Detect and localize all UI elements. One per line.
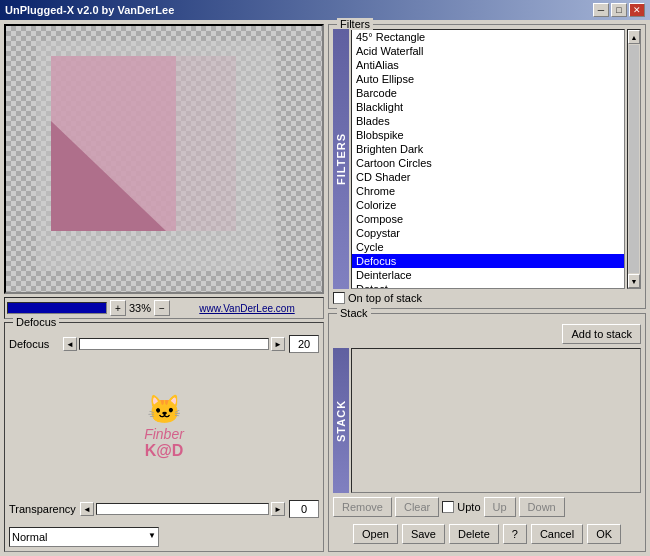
zoom-in-button[interactable]: + bbox=[110, 300, 126, 316]
filter-item-1[interactable]: Acid Waterfall bbox=[352, 44, 624, 58]
up-button[interactable]: Up bbox=[484, 497, 516, 517]
stack-controls: Remove Clear Upto Up Down bbox=[333, 497, 641, 517]
filter-item-12[interactable]: Colorize bbox=[352, 198, 624, 212]
add-to-stack-button[interactable]: Add to stack bbox=[562, 324, 641, 344]
defocus-slider-track[interactable] bbox=[79, 338, 269, 350]
zoom-url[interactable]: www.VanDerLee.com bbox=[173, 303, 321, 314]
scroll-up-button[interactable]: ▲ bbox=[628, 30, 640, 44]
filter-item-8[interactable]: Brighten Dark bbox=[352, 142, 624, 156]
transparency-left-arrow[interactable]: ◄ bbox=[80, 502, 94, 516]
filters-sidebar: FILTERS bbox=[333, 29, 349, 289]
bottom-buttons: Open Save Delete ? Cancel OK bbox=[333, 521, 641, 547]
defocus-panel-title: Defocus bbox=[13, 316, 59, 328]
filters-group: Filters FILTERS 45° Rectangle Acid Water… bbox=[328, 24, 646, 309]
blend-mode-value: Normal bbox=[12, 531, 47, 543]
cancel-button[interactable]: Cancel bbox=[531, 524, 583, 544]
filter-item-15[interactable]: Cycle bbox=[352, 240, 624, 254]
filter-item-17[interactable]: Deinterlace bbox=[352, 268, 624, 282]
on-top-checkbox[interactable]: On top of stack bbox=[333, 292, 422, 304]
transparency-label: Transparency bbox=[9, 503, 76, 515]
filter-item-2[interactable]: AntiAlias bbox=[352, 58, 624, 72]
filter-item-4[interactable]: Barcode bbox=[352, 86, 624, 100]
transparency-right-arrow[interactable]: ► bbox=[271, 502, 285, 516]
zoom-progress-bar bbox=[7, 302, 107, 314]
help-button[interactable]: ? bbox=[503, 524, 527, 544]
scroll-down-button[interactable]: ▼ bbox=[628, 274, 640, 288]
upto-checkbox[interactable]: Upto bbox=[442, 501, 480, 513]
add-to-stack-row: Add to stack bbox=[333, 324, 641, 344]
filter-item-5[interactable]: Blacklight bbox=[352, 100, 624, 114]
maximize-button[interactable]: □ bbox=[611, 3, 627, 17]
upto-label: Upto bbox=[457, 501, 480, 513]
transparency-value-box[interactable]: 0 bbox=[289, 500, 319, 518]
defocus-label: Defocus bbox=[9, 338, 59, 350]
on-top-row: On top of stack bbox=[333, 292, 641, 304]
filter-item-16[interactable]: Defocus bbox=[352, 254, 624, 268]
stack-sidebar: STACK bbox=[333, 348, 349, 493]
on-top-label: On top of stack bbox=[348, 292, 422, 304]
filter-item-9[interactable]: Cartoon Circles bbox=[352, 156, 624, 170]
minimize-button[interactable]: ─ bbox=[593, 3, 609, 17]
upto-checkbox-box[interactable] bbox=[442, 501, 454, 513]
stack-title: Stack bbox=[337, 307, 371, 319]
remove-button[interactable]: Remove bbox=[333, 497, 392, 517]
filter-item-14[interactable]: Copystar bbox=[352, 226, 624, 240]
title-buttons: ─ □ ✕ bbox=[593, 3, 645, 17]
logo-finber: Finber bbox=[144, 426, 184, 442]
filters-list[interactable]: 45° Rectangle Acid Waterfall AntiAlias A… bbox=[351, 29, 625, 289]
canvas-drawing bbox=[36, 41, 276, 271]
clear-button[interactable]: Clear bbox=[395, 497, 439, 517]
blend-mode-select[interactable]: Normal ▼ bbox=[9, 527, 159, 547]
svg-rect-8 bbox=[36, 41, 276, 271]
scroll-thumb[interactable] bbox=[629, 45, 639, 273]
checkbox-box[interactable] bbox=[333, 292, 345, 304]
down-button[interactable]: Down bbox=[519, 497, 565, 517]
filter-item-10[interactable]: CD Shader bbox=[352, 170, 624, 184]
logo-area: 🐱 Finber K@D bbox=[9, 358, 319, 495]
filter-item-11[interactable]: Chrome bbox=[352, 184, 624, 198]
defocus-right-arrow[interactable]: ► bbox=[271, 337, 285, 351]
defocus-panel: Defocus Defocus ◄ ► 20 🐱 Finber K@D bbox=[4, 322, 324, 552]
logo-icon: 🐱 bbox=[147, 393, 182, 426]
transparency-slider-track[interactable] bbox=[96, 503, 269, 515]
blend-dropdown-arrow: ▼ bbox=[148, 531, 156, 540]
delete-button[interactable]: Delete bbox=[449, 524, 499, 544]
filter-item-7[interactable]: Blobspike bbox=[352, 128, 624, 142]
logo-kad: K@D bbox=[145, 442, 184, 460]
zoom-out-button[interactable]: − bbox=[154, 300, 170, 316]
title-bar[interactable]: UnPlugged-X v2.0 by VanDerLee ─ □ ✕ bbox=[0, 0, 650, 20]
ok-button[interactable]: OK bbox=[587, 524, 621, 544]
filter-item-6[interactable]: Blades bbox=[352, 114, 624, 128]
title-text: UnPlugged-X v2.0 by VanDerLee bbox=[5, 4, 174, 16]
filter-item-13[interactable]: Compose bbox=[352, 212, 624, 226]
zoom-percent: 33% bbox=[129, 302, 151, 314]
save-button[interactable]: Save bbox=[402, 524, 445, 544]
defocus-left-arrow[interactable]: ◄ bbox=[63, 337, 77, 351]
filter-item-3[interactable]: Auto Ellipse bbox=[352, 72, 624, 86]
filter-item-0[interactable]: 45° Rectangle bbox=[352, 30, 624, 44]
filters-scrollbar[interactable]: ▲ ▼ bbox=[627, 29, 641, 289]
stack-list[interactable] bbox=[351, 348, 641, 493]
defocus-value-box[interactable]: 20 bbox=[289, 335, 319, 353]
stack-group: Stack Add to stack STACK Remove Clear Up… bbox=[328, 313, 646, 552]
canvas-area bbox=[4, 24, 324, 294]
filter-item-18[interactable]: Detect bbox=[352, 282, 624, 289]
close-button[interactable]: ✕ bbox=[629, 3, 645, 17]
open-button[interactable]: Open bbox=[353, 524, 398, 544]
